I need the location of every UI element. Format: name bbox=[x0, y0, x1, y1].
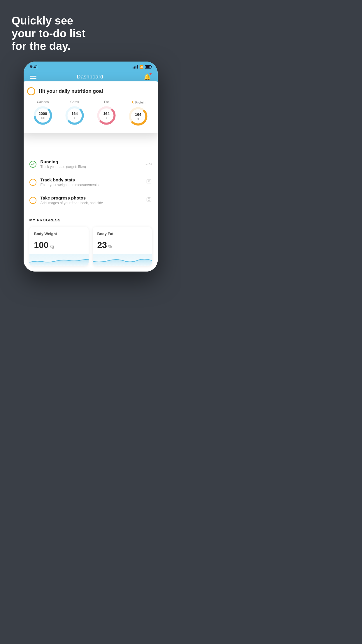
battery-icon bbox=[145, 65, 151, 69]
shoe-icon bbox=[145, 161, 152, 167]
body-weight-chart bbox=[29, 254, 89, 266]
svg-text:2000: 2000 bbox=[39, 111, 47, 116]
svg-rect-16 bbox=[147, 180, 151, 183]
body-weight-title: Body Weight bbox=[34, 232, 84, 236]
carbs-label: Carbs bbox=[70, 100, 79, 104]
body-stats-text: Track body stats Enter your weight and m… bbox=[41, 177, 142, 187]
fat-ring-svg: 164 g bbox=[96, 105, 117, 126]
ring-fat: Fat 164 g bbox=[96, 100, 117, 126]
hero-title: Quickly see your to-do list for the day. bbox=[12, 15, 85, 53]
body-weight-number: 100 bbox=[34, 240, 49, 250]
hero-section: Quickly see your to-do list for the day. bbox=[0, 0, 85, 62]
status-bar: 9:41 📶 bbox=[24, 62, 158, 70]
svg-text:164: 164 bbox=[71, 111, 78, 116]
ring-protein: ★ Protein 164 g bbox=[128, 100, 148, 127]
body-weight-value: 100 kg bbox=[34, 240, 84, 250]
nutrition-card-header: Hit your daily nutrition goal bbox=[27, 87, 154, 95]
svg-rect-19 bbox=[147, 198, 151, 201]
progress-section: MY PROGRESS Body Weight 100 kg bbox=[24, 209, 158, 272]
progress-photos-text: Take progress photos Add images of your … bbox=[41, 195, 142, 205]
status-time: 9:41 bbox=[30, 64, 38, 69]
progress-photos-subtitle: Add images of your front, back, and side bbox=[41, 201, 142, 205]
body-stats-title: Track body stats bbox=[41, 177, 142, 182]
navbar-title: Dashboard bbox=[77, 74, 103, 80]
running-title: Running bbox=[41, 159, 141, 164]
bell-button[interactable]: 🔔 bbox=[144, 73, 151, 80]
body-fat-title: Body Fat bbox=[97, 232, 147, 236]
todo-item-running[interactable]: Running Track your stats (target: 5km) bbox=[29, 155, 152, 173]
fat-label: Fat bbox=[104, 100, 109, 104]
body-weight-unit: kg bbox=[50, 244, 54, 249]
star-icon: ★ bbox=[131, 100, 134, 104]
signal-icon bbox=[133, 65, 138, 69]
nutrition-rings: Calories 2000 cal Carbs 164 g bbox=[27, 100, 154, 127]
svg-text:cal: cal bbox=[41, 116, 45, 119]
scale-icon bbox=[146, 178, 152, 186]
wifi-icon: 📶 bbox=[139, 65, 143, 69]
protein-label: ★ Protein bbox=[131, 100, 145, 104]
body-fat-unit: % bbox=[108, 244, 112, 249]
nutrition-card: Hit your daily nutrition goal Calories 2… bbox=[24, 81, 158, 133]
body-weight-card[interactable]: Body Weight 100 kg bbox=[29, 227, 89, 266]
notification-dot bbox=[150, 73, 152, 75]
ring-carbs: Carbs 164 g bbox=[64, 100, 85, 126]
running-subtitle: Track your stats (target: 5km) bbox=[41, 165, 141, 169]
todo-item-progress-photos[interactable]: Take progress photos Add images of your … bbox=[29, 191, 152, 209]
progress-photos-title: Take progress photos bbox=[41, 195, 142, 200]
calories-ring-svg: 2000 cal bbox=[33, 105, 53, 126]
body-fat-value: 23 % bbox=[97, 240, 147, 250]
todo-list: Running Track your stats (target: 5km) T… bbox=[24, 155, 158, 209]
progress-header: MY PROGRESS bbox=[29, 218, 152, 222]
content-area: THINGS TO DO TODAY Hit your daily nutrit… bbox=[24, 84, 158, 272]
body-stats-subtitle: Enter your weight and measurements bbox=[41, 183, 142, 187]
nutrition-check-circle bbox=[27, 87, 35, 95]
svg-text:g: g bbox=[106, 116, 107, 119]
body-fat-chart bbox=[93, 254, 152, 266]
running-check-circle bbox=[29, 161, 36, 168]
photo-icon bbox=[146, 197, 152, 204]
body-fat-card[interactable]: Body Fat 23 % bbox=[93, 227, 152, 266]
protein-ring-svg: 164 g bbox=[128, 106, 148, 127]
phone-mockup: 9:41 📶 Dashboard 🔔 THINGS TO DO TODAY bbox=[24, 62, 158, 272]
running-text: Running Track your stats (target: 5km) bbox=[41, 159, 141, 169]
svg-point-20 bbox=[148, 199, 150, 201]
body-fat-number: 23 bbox=[97, 240, 107, 250]
menu-button[interactable] bbox=[30, 75, 36, 79]
svg-text:g: g bbox=[137, 117, 139, 120]
nutrition-card-title: Hit your daily nutrition goal bbox=[39, 88, 103, 94]
todo-item-body-stats[interactable]: Track body stats Enter your weight and m… bbox=[29, 173, 152, 191]
carbs-ring-svg: 164 g bbox=[64, 105, 85, 126]
calories-label: Calories bbox=[37, 100, 49, 104]
svg-text:164: 164 bbox=[135, 112, 141, 117]
check-icon bbox=[31, 163, 35, 166]
ring-calories: Calories 2000 cal bbox=[33, 100, 53, 126]
svg-text:g: g bbox=[74, 116, 75, 119]
progress-cards: Body Weight 100 kg bbox=[29, 227, 152, 266]
svg-text:164: 164 bbox=[103, 111, 110, 116]
progress-photos-check-circle bbox=[29, 197, 36, 204]
status-icons: 📶 bbox=[133, 65, 151, 69]
body-stats-check-circle bbox=[29, 179, 36, 186]
